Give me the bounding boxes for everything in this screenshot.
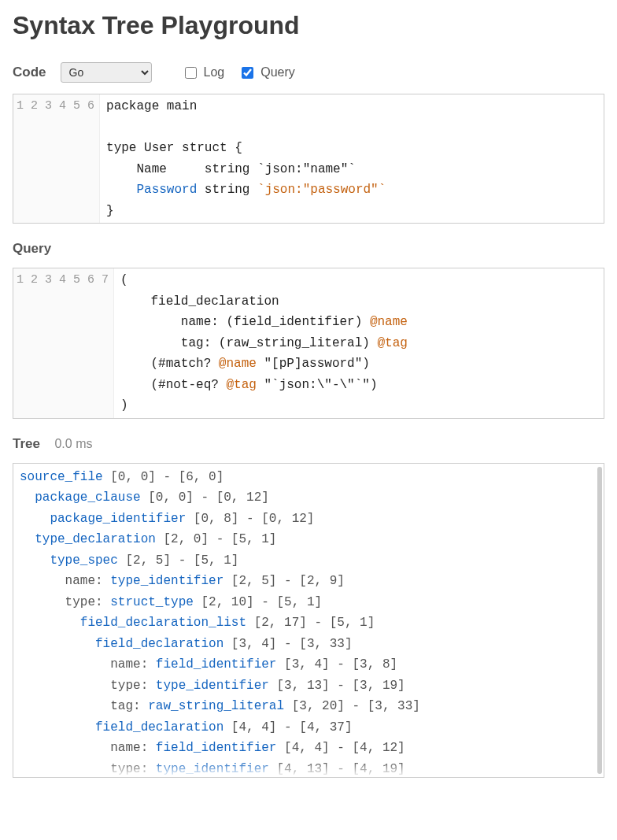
- code-section-label: Code: [13, 65, 46, 80]
- query-label: Query: [260, 65, 295, 80]
- query-gutter: 1 2 3 4 5 6 7: [13, 268, 114, 418]
- tree-section-label: Tree: [13, 436, 40, 451]
- parse-timing: 0.0 ms: [54, 437, 92, 450]
- log-label: Log: [204, 65, 225, 80]
- tree-node[interactable]: field_declaration [4, 4] - [4, 37]: [20, 717, 597, 738]
- log-toggle[interactable]: Log: [182, 65, 225, 81]
- query-section-label: Query: [13, 241, 604, 257]
- tree-node[interactable]: name: type_identifier [2, 5] - [2, 9]: [20, 571, 597, 592]
- tree-node[interactable]: field_declaration [3, 4] - [3, 33]: [20, 634, 597, 655]
- code-content[interactable]: package main type User struct { Name str…: [100, 94, 604, 223]
- tree-output[interactable]: source_file [0, 0] - [6, 0] package_clau…: [13, 463, 604, 778]
- tree-node[interactable]: type: type_identifier [3, 13] - [3, 19]: [20, 675, 597, 697]
- tree-node[interactable]: name: field_identifier [4, 4] - [4, 12]: [20, 738, 597, 759]
- tree-node[interactable]: type_spec [2, 5] - [5, 1]: [20, 550, 597, 572]
- code-gutter: 1 2 3 4 5 6: [13, 94, 100, 223]
- tree-node[interactable]: tag: raw_string_literal [3, 20] - [3, 33…: [20, 696, 597, 717]
- query-toggle[interactable]: Query: [238, 65, 295, 81]
- tree-node[interactable]: name: field_identifier [3, 4] - [3, 8]: [20, 654, 597, 675]
- tree-node[interactable]: type_declaration [2, 0] - [5, 1]: [20, 529, 597, 550]
- tree-node[interactable]: package_identifier [0, 8] - [0, 12]: [20, 509, 597, 530]
- tree-header: Tree 0.0 ms: [13, 436, 604, 452]
- tree-node[interactable]: package_clause [0, 0] - [0, 12]: [20, 487, 597, 509]
- tree-node[interactable]: source_file [0, 0] - [6, 0]: [20, 467, 597, 488]
- tree-node[interactable]: field_declaration_list [2, 17] - [5, 1]: [20, 612, 597, 634]
- language-select[interactable]: Go: [61, 62, 152, 83]
- code-controls: Code Go Log Query: [13, 62, 604, 83]
- page-title: Syntax Tree Playground: [13, 11, 604, 40]
- log-checkbox[interactable]: [185, 67, 197, 79]
- query-editor[interactable]: 1 2 3 4 5 6 7 ( field_declaration name: …: [13, 268, 604, 419]
- code-editor[interactable]: 1 2 3 4 5 6 package main type User struc…: [13, 94, 604, 224]
- tree-node[interactable]: type: struct_type [2, 10] - [5, 1]: [20, 592, 597, 613]
- query-content[interactable]: ( field_declaration name: (field_identif…: [114, 268, 604, 418]
- query-checkbox[interactable]: [242, 67, 253, 79]
